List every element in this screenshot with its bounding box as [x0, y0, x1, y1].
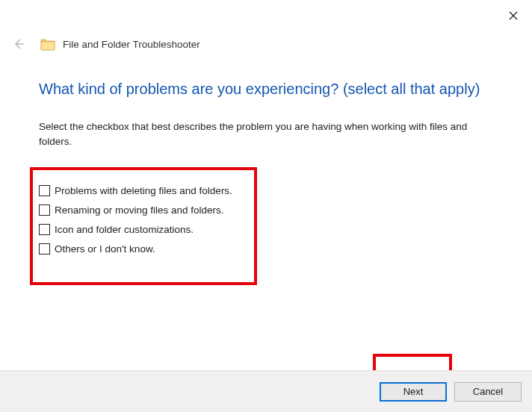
cancel-button[interactable]: Cancel	[454, 382, 522, 402]
page-subtext: Select the checkbox that best describes …	[39, 119, 495, 149]
option-row[interactable]: Problems with deleting files and folders…	[39, 185, 232, 196]
option-row[interactable]: Icon and folder customizations.	[39, 224, 232, 235]
option-label: Icon and folder customizations.	[55, 224, 194, 235]
back-button[interactable]	[12, 37, 25, 51]
option-label: Renaming or moving files and folders.	[55, 205, 224, 216]
option-label: Others or I don't know.	[55, 243, 155, 255]
option-row[interactable]: Others or I don't know.	[39, 243, 232, 255]
window-title: File and Folder Troubleshooter	[63, 39, 200, 50]
page-heading: What kind of problems are you experienci…	[39, 81, 502, 98]
checkbox[interactable]	[39, 205, 50, 216]
next-button[interactable]: Next	[380, 382, 447, 402]
footer: Next Cancel	[0, 370, 532, 412]
checkbox[interactable]	[39, 185, 50, 196]
close-icon	[509, 11, 518, 20]
options-list: Problems with deleting files and folders…	[39, 185, 232, 255]
checkbox[interactable]	[39, 224, 50, 235]
close-button[interactable]	[507, 9, 520, 22]
arrow-left-icon	[13, 38, 25, 50]
folder-icon	[40, 37, 55, 51]
option-label: Problems with deleting files and folders…	[55, 185, 232, 196]
header: File and Folder Troubleshooter	[12, 37, 520, 51]
option-row[interactable]: Renaming or moving files and folders.	[39, 205, 232, 216]
checkbox[interactable]	[39, 243, 50, 255]
